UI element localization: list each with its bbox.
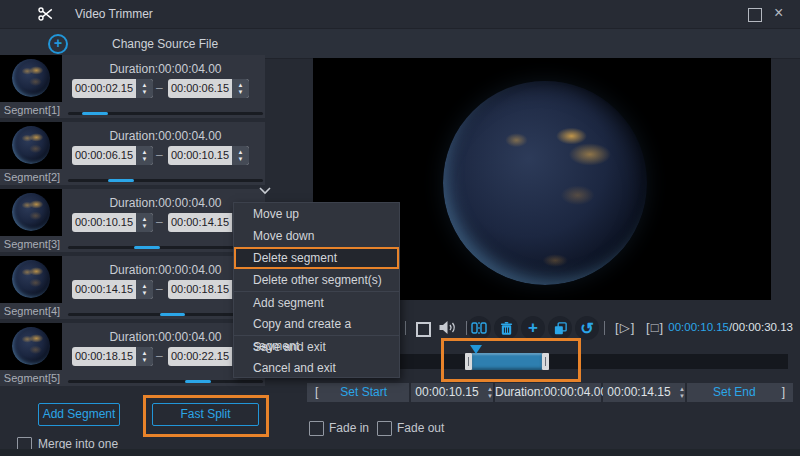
segment-start-input[interactable]: 00:00:06.15 ▲▼	[72, 146, 153, 165]
set-end-button[interactable]: Set End ]	[687, 383, 793, 402]
stop-segment-button[interactable]: [□]	[646, 320, 664, 335]
spin-down-icon[interactable]: ▼	[238, 156, 244, 163]
plus-circle-icon[interactable]: +	[48, 34, 68, 54]
spin-up-icon[interactable]: ▲	[142, 82, 148, 89]
segment-start-input[interactable]: 00:00:02.15 ▲▼	[72, 79, 153, 98]
add-segment-circle-button[interactable]: +	[521, 316, 545, 340]
segment-label: Segment[3]	[0, 238, 64, 250]
segment-row-4: Segment[4] Duration:00:00:04.00 00:00:14…	[0, 256, 265, 319]
video-trimmer-window: Video Trimmer × + Change Source File Seg…	[0, 0, 800, 456]
segment-duration: Duration:00:00:04.00	[68, 129, 263, 143]
split-segment-button[interactable]	[467, 316, 491, 340]
menu-item-move-down[interactable]: Move down	[234, 225, 399, 247]
spin-down-icon[interactable]: ▼	[142, 223, 148, 230]
play-icon: ▷	[620, 320, 631, 335]
spin-up-icon[interactable]: ▲	[238, 149, 244, 156]
segment-start-input[interactable]: 00:00:18.15 ▲▼	[72, 347, 153, 366]
time-spinner[interactable]: ▲▼	[136, 347, 153, 366]
menu-item-copy-and-create-segment[interactable]: Copy and create a segment	[234, 313, 399, 335]
chevron-down-icon[interactable]	[258, 186, 272, 195]
spin-up-icon[interactable]: ▲	[238, 82, 244, 89]
add-segment-button[interactable]: Add Segment	[38, 403, 120, 426]
split-icon	[471, 321, 487, 335]
spin-up-icon[interactable]: ▲	[142, 350, 148, 357]
spin-up-icon[interactable]: ▲	[142, 283, 148, 290]
undo-icon: ↺	[580, 319, 593, 338]
stop-button[interactable]	[416, 322, 431, 337]
earth-thumbnail-image	[12, 59, 50, 97]
slider-fill	[108, 179, 134, 182]
spin-down-icon[interactable]: ▼	[142, 357, 148, 364]
spin-down-icon[interactable]: ▼	[142, 156, 148, 163]
menu-item-cancel-and-exit[interactable]: Cancel and exit	[234, 357, 399, 379]
menu-item-save-and-exit[interactable]: Save and exit	[234, 335, 399, 357]
time-spinner[interactable]: ▲▼	[232, 146, 249, 165]
spin-up-icon[interactable]: ▲	[142, 149, 148, 156]
context-menu: Move up Move down Delete segment Delete …	[233, 202, 400, 378]
time-spinner[interactable]: ▲▼	[136, 146, 153, 165]
time-spinner[interactable]: ▲▼	[136, 280, 153, 299]
segment-thumbnail[interactable]	[0, 189, 62, 236]
time-spinner[interactable]: ▲▼	[679, 386, 685, 400]
segment-position-slider[interactable]	[68, 179, 263, 182]
maximize-button[interactable]	[748, 8, 762, 22]
segment-thumbnail[interactable]	[0, 256, 62, 303]
speaker-icon[interactable]	[438, 320, 458, 335]
copy-segment-button[interactable]	[548, 316, 572, 340]
controls-divider	[604, 321, 605, 335]
delete-segment-button[interactable]	[494, 316, 518, 340]
play-segment-button[interactable]: [▷]	[615, 320, 635, 335]
time-spinner[interactable]: ▲▼	[136, 79, 153, 98]
controls-divider	[405, 321, 406, 335]
spin-up-icon: ▲	[679, 386, 685, 393]
segment-start-input[interactable]: 00:00:10.15 ▲▼	[72, 213, 153, 232]
earth-thumbnail-image	[12, 126, 50, 164]
segment-label: Segment[4]	[0, 305, 64, 317]
segment-label: Segment[2]	[0, 171, 64, 183]
segment-end-input[interactable]: 00:00:10.15 ▲▼	[168, 146, 249, 165]
plus-icon: +	[528, 318, 538, 338]
set-start-button[interactable]: [ Set Start	[307, 383, 409, 402]
segment-row-1: Segment[1] Duration:00:00:04.00 00:00:02…	[0, 55, 265, 118]
spin-down-icon[interactable]: ▼	[142, 89, 148, 96]
fade-out-checkbox[interactable]	[377, 421, 392, 436]
segment-end-input[interactable]: 00:00:06.15 ▲▼	[168, 79, 249, 98]
menu-item-delete-segment[interactable]: Delete segment	[234, 247, 399, 269]
time-spinner[interactable]: ▲▼	[136, 213, 153, 232]
segment-thumbnail[interactable]	[0, 55, 62, 102]
segment-position-slider[interactable]	[68, 112, 263, 115]
segment-thumbnail[interactable]	[0, 122, 62, 169]
slider-fill	[82, 112, 108, 115]
time-spinner[interactable]: ▲▼	[487, 386, 493, 400]
fade-out-label: Fade out	[397, 421, 444, 435]
title-bar: Video Trimmer ×	[0, 0, 800, 29]
trim-end-time-input[interactable]: 00:00:14.15 ▲▼	[603, 383, 685, 402]
segment-start-input[interactable]: 00:00:14.15 ▲▼	[72, 280, 153, 299]
menu-item-move-up[interactable]: Move up	[234, 203, 399, 225]
segment-position-slider[interactable]	[68, 380, 263, 383]
copy-icon	[553, 321, 568, 336]
total-time: 00:00:30.13	[732, 321, 793, 333]
change-source-file-button[interactable]: Change Source File	[112, 37, 218, 51]
spin-down-icon[interactable]: ▼	[238, 89, 244, 96]
fade-in-checkbox[interactable]	[309, 421, 324, 436]
close-button[interactable]: ×	[774, 3, 783, 23]
range-dash: –	[156, 148, 163, 162]
spin-up-icon[interactable]: ▲	[142, 216, 148, 223]
spin-down-icon[interactable]: ▼	[142, 290, 148, 297]
earth-thumbnail-image	[12, 193, 50, 231]
segment-label: Segment[5]	[0, 372, 64, 384]
menu-item-add-segment[interactable]: Add segment	[234, 291, 399, 313]
current-time: 00:00:10.15	[668, 321, 729, 333]
earth-thumbnail-image	[12, 327, 50, 365]
menu-item-delete-other-segments[interactable]: Delete other segment(s)	[234, 269, 399, 291]
time-spinner[interactable]: ▲▼	[232, 79, 249, 98]
reset-button[interactable]: ↺	[575, 316, 599, 340]
segment-thumbnail[interactable]	[0, 323, 62, 370]
segment-row-5: Segment[5] Duration:00:00:04.00 00:00:18…	[0, 323, 265, 386]
time-display: 00:00:10.15/00:00:30.13	[668, 321, 793, 333]
bottom-strip	[0, 449, 800, 456]
earth-video-frame	[443, 81, 647, 285]
trim-start-time-input[interactable]: 00:00:10.15 ▲▼	[411, 383, 493, 402]
range-dash: –	[156, 215, 163, 229]
